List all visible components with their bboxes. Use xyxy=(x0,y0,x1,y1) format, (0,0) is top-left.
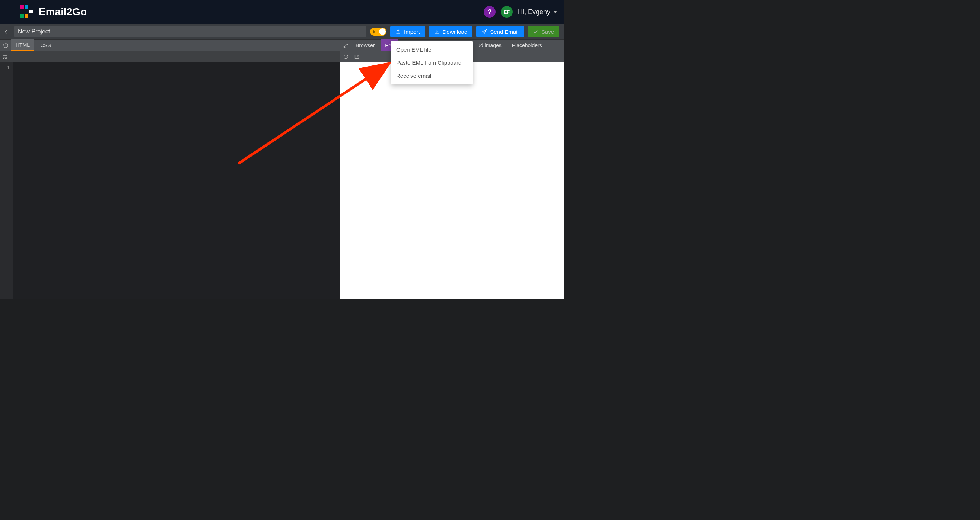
logo-icon xyxy=(20,5,33,19)
import-paste-eml[interactable]: Paste EML from Clipboard xyxy=(391,56,473,69)
app-name: Email2Go xyxy=(39,6,87,18)
save-button[interactable]: Save xyxy=(528,26,559,37)
send-email-label: Send Email xyxy=(490,29,519,35)
open-external-button[interactable] xyxy=(352,51,361,63)
tab-cloud-images[interactable]: ud images xyxy=(477,41,506,50)
tab-placeholders[interactable]: Placeholders xyxy=(508,41,547,50)
editor-history-button[interactable] xyxy=(1,40,10,51)
moon-icon: ◗ xyxy=(372,29,375,34)
import-receive-email-label: Receive email xyxy=(396,73,431,79)
project-title-input[interactable] xyxy=(14,26,366,37)
back-button[interactable] xyxy=(2,27,10,36)
send-email-button[interactable]: Send Email xyxy=(476,26,524,37)
import-dropdown: Open EML file Paste EML from Clipboard R… xyxy=(391,41,473,84)
refresh-preview-button[interactable] xyxy=(341,51,350,63)
editor-pane: 1 xyxy=(0,51,340,299)
app-logo[interactable]: Email2Go xyxy=(20,5,87,19)
tab-cloud-images-label: ud images xyxy=(477,43,501,48)
preview-pane xyxy=(340,51,565,299)
tab-css[interactable]: CSS xyxy=(36,41,56,50)
arrow-left-icon xyxy=(4,29,9,35)
help-button[interactable]: ? xyxy=(484,6,496,18)
download-icon xyxy=(434,29,440,35)
editor-tools-row xyxy=(0,51,340,62)
user-avatar[interactable]: EF xyxy=(501,6,513,18)
wrap-icon xyxy=(2,54,8,60)
preview-canvas xyxy=(340,62,565,299)
project-toolbar: ◗ Import Download Send Email Save xyxy=(0,24,565,40)
tab-browser[interactable]: Browser xyxy=(351,41,379,50)
app-header: Email2Go ? EF Hi, Evgeny xyxy=(0,0,565,24)
import-button[interactable]: Import xyxy=(390,26,425,37)
download-label: Download xyxy=(443,29,468,35)
import-open-eml[interactable]: Open EML file xyxy=(391,43,473,56)
chevron-down-icon xyxy=(553,11,557,13)
tab-html[interactable]: HTML xyxy=(11,40,34,51)
expand-icon xyxy=(343,43,348,48)
wrap-lines-button[interactable] xyxy=(0,51,10,63)
refresh-icon xyxy=(343,54,348,60)
import-label: Import xyxy=(404,29,420,35)
toggle-knob xyxy=(379,28,386,35)
expand-preview-button[interactable] xyxy=(341,40,350,51)
import-receive-email[interactable]: Receive email xyxy=(391,69,473,82)
editor-line-gutter: 1 xyxy=(0,62,13,299)
save-label: Save xyxy=(541,29,554,35)
theme-toggle[interactable]: ◗ xyxy=(370,27,387,36)
tab-placeholders-label: Placeholders xyxy=(512,43,542,48)
user-greeting-text: Hi, Evgeny xyxy=(518,8,550,16)
main-split: 1 xyxy=(0,51,565,299)
upload-icon xyxy=(395,29,401,35)
tab-css-label: CSS xyxy=(40,43,51,48)
import-open-eml-label: Open EML file xyxy=(396,46,431,53)
user-initials: EF xyxy=(504,9,510,15)
code-editor[interactable] xyxy=(13,62,340,299)
send-icon xyxy=(481,29,487,35)
check-icon xyxy=(533,29,538,35)
tab-html-label: HTML xyxy=(16,42,30,48)
user-menu[interactable]: Hi, Evgeny xyxy=(518,8,557,16)
history-icon xyxy=(3,43,9,48)
tabs-bar: HTML CSS Browser Pre ud images Placehold… xyxy=(0,40,565,51)
question-icon: ? xyxy=(487,8,492,16)
import-paste-eml-label: Paste EML from Clipboard xyxy=(396,60,461,66)
download-button[interactable]: Download xyxy=(429,26,473,37)
line-number: 1 xyxy=(0,65,10,70)
tab-browser-label: Browser xyxy=(356,43,375,48)
popout-icon xyxy=(354,54,360,60)
